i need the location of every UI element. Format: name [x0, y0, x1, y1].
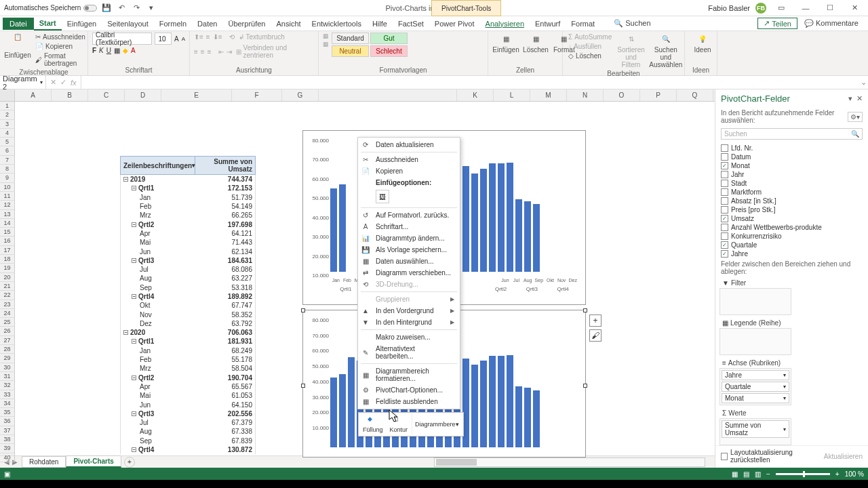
- row-header[interactable]: 6: [0, 146, 15, 155]
- pivot-row[interactable]: −Qrtl3184.631: [120, 256, 256, 265]
- indent-dec-icon[interactable]: ⇤: [218, 48, 224, 56]
- pivot-row[interactable]: Jun64.150: [120, 400, 256, 409]
- zoom-in-button[interactable]: +: [835, 470, 840, 478]
- tab-factset[interactable]: FactSet: [393, 18, 429, 30]
- style-neutral[interactable]: Neutral: [332, 45, 369, 57]
- field-checkbox[interactable]: [721, 144, 728, 152]
- align-center-icon[interactable]: ≡: [201, 48, 205, 56]
- tab-data[interactable]: Daten: [192, 18, 222, 30]
- pivot-row[interactable]: −Qrtl2197.698: [120, 220, 256, 228]
- field-checkbox[interactable]: [721, 206, 728, 214]
- normal-view-icon[interactable]: ▦: [732, 470, 738, 478]
- mini-chart-elements-button[interactable]: Diagrammbere ▾: [412, 414, 462, 434]
- indent-inc-icon[interactable]: ⇥: [226, 48, 232, 56]
- ctx-select-data[interactable]: ▦Daten auswählen...: [358, 256, 460, 267]
- row-header[interactable]: 12: [0, 201, 15, 209]
- update-button[interactable]: Aktualisieren: [824, 453, 863, 460]
- ctx-paste-picture[interactable]: 🖼: [376, 190, 389, 203]
- fill-button[interactable]: ↓ Ausfüllen: [567, 42, 613, 51]
- ctx-copy[interactable]: 📄Kopieren: [358, 165, 460, 177]
- sheet-tab-rohdaten[interactable]: Rohdaten: [22, 456, 66, 468]
- ctx-alt-text[interactable]: ✎Alternativtext bearbeiten...: [358, 343, 460, 362]
- ctx-send-back[interactable]: ▼In den Hintergrund▶: [358, 317, 460, 328]
- chart-styles-button[interactable]: 🖌: [589, 329, 601, 342]
- pivot-row[interactable]: Feb54.149: [120, 202, 256, 211]
- delete-cells-button[interactable]: ▦Löschen: [522, 33, 549, 54]
- ctx-move-chart[interactable]: ⇄Diagramm verschieben...: [358, 267, 460, 279]
- zoom-out-button[interactable]: −: [766, 470, 770, 478]
- maximize-icon[interactable]: ☐: [821, 1, 840, 15]
- name-box[interactable]: Diagramm 2▾: [0, 75, 46, 91]
- col-header[interactable]: O: [604, 89, 640, 101]
- row-header[interactable]: 21: [0, 282, 15, 291]
- collapse-icon[interactable]: −: [132, 447, 136, 452]
- mini-fill-button[interactable]: ◆Füllung: [360, 414, 386, 434]
- row-header[interactable]: 26: [0, 327, 15, 336]
- field-checkbox[interactable]: [721, 215, 728, 222]
- field-checkbox[interactable]: [721, 241, 728, 249]
- area-field[interactable]: Jahre▾: [722, 370, 789, 380]
- field-item[interactable]: Jahr: [721, 170, 863, 179]
- shrink-font-icon[interactable]: A: [182, 36, 185, 42]
- row-header[interactable]: 38: [0, 435, 15, 444]
- pivot-row[interactable]: Mrz58.504: [120, 364, 256, 373]
- field-item[interactable]: Quartale: [721, 241, 863, 249]
- save-icon[interactable]: 💾: [101, 3, 112, 14]
- sheet-tab-pivotcharts[interactable]: Pivot-Charts: [66, 455, 121, 468]
- pivot-row[interactable]: −2020706.063: [120, 328, 256, 337]
- row-header[interactable]: 11: [0, 192, 15, 201]
- ctx-font[interactable]: ASchriftart...: [358, 221, 460, 232]
- row-header[interactable]: 36: [0, 417, 15, 426]
- autosave-toggle[interactable]: [83, 5, 97, 12]
- collapse-icon[interactable]: −: [132, 411, 136, 416]
- row-header[interactable]: 35: [0, 408, 15, 417]
- resize-handle[interactable]: [583, 308, 587, 312]
- row-header[interactable]: 4: [0, 129, 15, 138]
- field-item[interactable]: Umsatz: [721, 214, 863, 223]
- pivot-row[interactable]: −Qrtl4189.892: [120, 292, 256, 301]
- ctx-assign-macro[interactable]: Makro zuweisen...: [358, 331, 460, 343]
- pivot-row[interactable]: Mrz66.265: [120, 211, 256, 220]
- row-header[interactable]: 27: [0, 336, 15, 345]
- field-item[interactable]: Preis [pro Stk.]: [721, 205, 863, 214]
- tab-format[interactable]: Format: [566, 18, 600, 30]
- align-left-icon[interactable]: ≡: [194, 48, 198, 56]
- tab-analyze[interactable]: Analysieren: [480, 18, 530, 30]
- tab-help[interactable]: Hilfe: [367, 18, 393, 30]
- row-header[interactable]: 10: [0, 183, 15, 192]
- italic-icon[interactable]: K: [99, 47, 104, 54]
- pivot-row[interactable]: Apr65.567: [120, 382, 256, 391]
- col-header[interactable]: M: [530, 89, 567, 101]
- pane-close-icon[interactable]: ✕: [856, 94, 863, 103]
- pivot-row[interactable]: −2019744.374: [120, 175, 256, 184]
- pivot-row[interactable]: Mai61.053: [120, 391, 256, 400]
- row-header[interactable]: 40: [0, 453, 15, 462]
- row-header[interactable]: 30: [0, 363, 15, 372]
- copy-button[interactable]: 📄 Kopieren: [34, 42, 87, 51]
- tab-developer[interactable]: Entwicklertools: [307, 18, 367, 30]
- find-select-button[interactable]: 🔍Suchen und Auswählen: [649, 33, 683, 69]
- paste-button[interactable]: 📋Einfügen: [4, 33, 31, 68]
- chart-elements-button[interactable]: +: [589, 314, 601, 327]
- row-header[interactable]: 14: [0, 219, 15, 228]
- field-checkbox[interactable]: [721, 162, 728, 169]
- row-header[interactable]: 32: [0, 381, 15, 390]
- pane-dropdown-icon[interactable]: ▾: [848, 94, 852, 103]
- ctx-save-template[interactable]: 💾Als Vorlage speichern...: [358, 244, 460, 256]
- axis-drop-area[interactable]: Jahre▾Quartale▾Monat▾: [719, 368, 791, 405]
- col-header[interactable]: D: [125, 89, 161, 101]
- collapse-icon[interactable]: −: [132, 222, 136, 227]
- pivot-row-header[interactable]: Zeilenbeschriftungen▾: [121, 157, 195, 174]
- field-item[interactable]: Anzahl Wettbewerbs-produkte: [721, 223, 863, 232]
- col-header[interactable]: P: [640, 89, 677, 101]
- field-item[interactable]: Lfd. Nr.: [721, 144, 863, 152]
- defer-checkbox[interactable]: [721, 453, 728, 460]
- pivot-row[interactable]: Sep53.318: [120, 283, 256, 292]
- comments-button[interactable]: 💬 Kommentare: [800, 18, 863, 28]
- pivot-row[interactable]: Jan51.739: [120, 193, 256, 202]
- font-size-box[interactable]: 10: [155, 33, 172, 45]
- ribbon-options-icon[interactable]: ▭: [772, 1, 791, 15]
- ctx-bring-front[interactable]: ▲In den Vordergrund▶: [358, 305, 460, 317]
- row-header[interactable]: 17: [0, 246, 15, 255]
- row-header[interactable]: 20: [0, 273, 15, 282]
